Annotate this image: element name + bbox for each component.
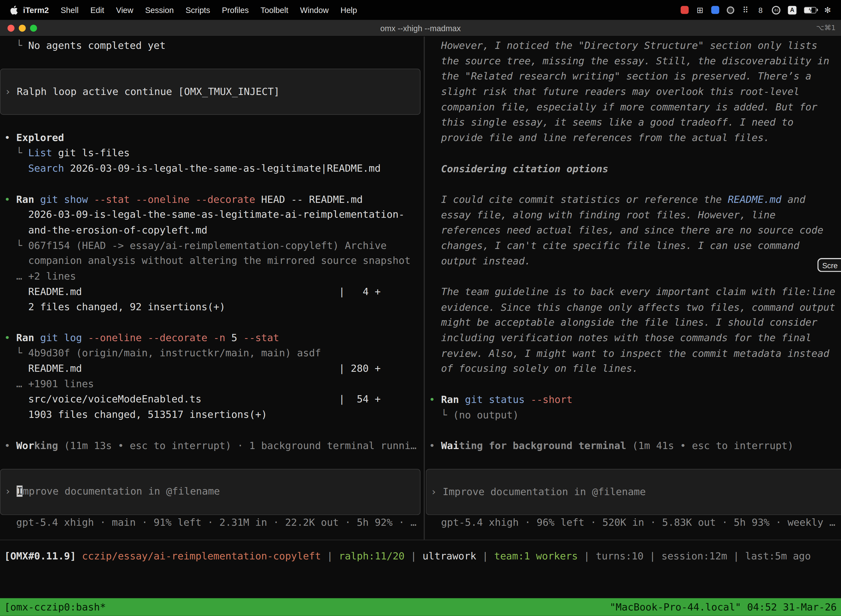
screen-tab[interactable]: Scre [817,258,841,272]
left-pane[interactable]: └ No agents completed yet › Ralph loop a… [0,37,424,540]
app-grid-icon-glyph: ⠿ [743,6,748,14]
window-title-bar: omx --xhigh --madmax ⌥⌘1 [0,20,841,37]
terminal-line: might be acceptable alongside the file l… [425,315,841,331]
hotkey-badge: ⌥⌘1 [816,24,835,32]
terminal-line [425,423,841,438]
terminal-line [0,54,424,69]
terminal-line: provide file and line references from th… [425,131,841,146]
terminal-line [0,176,424,192]
menu-status-icons: ⊞⠿8.61Aϟ✻ [681,5,831,15]
terminal-line: including verification notes with those … [425,331,841,346]
terminal-line: 2026-03-09-is-legal-the-same-as-legitima… [0,207,424,223]
tmux-status-bar: [omx-cczip0:bash* "MacBook-Pro-44.local"… [0,598,841,616]
terminal-line: └ 4b9d30f (origin/main, instructkr/main,… [0,346,424,361]
menu-item-shell[interactable]: Shell [61,5,79,14]
tmux-clock-label: "MacBook-Pro-44.local" 04:52 31-Mar-26 [610,601,837,613]
window-manager-icon[interactable]: ⊞ [696,5,703,15]
terminal-line: The team guideline is to back every impo… [425,284,841,300]
terminal-line: companion analysis without altering the … [0,253,424,269]
terminal-line: › Ralph loop active continue [OMX_TMUX_I… [0,84,420,100]
terminal-line: └ (no output) [425,407,841,423]
terminal-line: essay file, along with finding root file… [425,207,841,223]
desktop: iTerm2ShellEditViewSessionScriptsProfile… [0,0,841,616]
tmux-session-label: [omx-cczip0:bash* [4,601,106,613]
terminal-line: this single essay, it seems like a good … [425,115,841,131]
menu-bar: iTerm2ShellEditViewSessionScriptsProfile… [0,0,841,20]
terminal-line: of focusing solely on file lines. [425,361,841,377]
terminal-line: I could cite commit statistics or refere… [425,192,841,208]
terminal-line: • Waiting for background terminal (1m 41… [425,438,841,454]
terminal-line: slight risk that future readers may over… [425,84,841,100]
terminal-line: evidence. Since this change only affects… [425,300,841,315]
terminal-line: output instead. [425,254,841,269]
terminal-line [0,453,424,469]
terminal-line: companion file, especially if more comme… [425,100,841,115]
terminal-line: the "Related research writing" section i… [425,69,841,84]
raycast-icon[interactable] [711,6,719,14]
terminal-line: README.md | 4 + [0,284,424,300]
terminal-line: • Working (11m 13s • esc to interrupt) ·… [0,438,424,453]
battery-gauge-icon[interactable]: .61 [772,6,780,14]
stats-icon-glyph: 8 [759,6,763,13]
window-title: omx --xhigh --madmax [380,23,461,32]
apple-menu-icon[interactable] [10,5,18,15]
terminal-line [425,377,841,392]
menu-item-scripts[interactable]: Scripts [185,5,210,14]
menu-item-edit[interactable]: Edit [90,5,104,14]
terminal-line: the source tree, missing the essay. Stil… [425,54,841,69]
screen-recording-indicator[interactable] [681,6,689,14]
menu-item-window[interactable]: Window [300,5,329,14]
terminal-line: changes, I can't cite specific file line… [425,238,841,254]
menu-item-iterm2[interactable]: iTerm2 [23,5,49,14]
status-divider [0,540,841,540]
terminal-line: › Improve documentation in @filename [426,484,841,500]
terminal-line: However, I noticed the "Directory Struct… [425,38,841,54]
terminal-line: • Ran git log --oneline --decorate -n 5 … [0,330,424,346]
menu-item-help[interactable]: Help [340,5,357,14]
fan-icon[interactable]: ✻ [824,5,831,15]
prompt-input-left[interactable]: › Improve documentation in @filename [0,469,420,515]
terminal-line [425,454,841,469]
terminal-line: review. Also, I might want to inspect th… [425,346,841,361]
terminal-line [0,422,424,438]
stats-icon[interactable]: 8 [757,5,764,15]
menu-item-session[interactable]: Session [145,5,174,14]
right-pane[interactable]: However, I noticed the "Directory Struct… [425,37,841,540]
terminal-line: Considering citation options [425,161,841,177]
menu-item-view[interactable]: View [116,5,133,14]
terminal-line: gpt-5.4 xhigh · 96% left · 520K in · 5.8… [425,515,841,531]
terminal-line [0,115,424,130]
terminal-line: └ No agents completed yet [0,38,424,54]
battery-gauge-icon-glyph: .61 [774,8,779,12]
terminal-line: gpt-5.4 xhigh · main · 91% left · 2.31M … [0,515,424,530]
terminal-line: 2 files changed, 92 insertions(+) [0,299,424,315]
zoom-button[interactable] [30,25,37,31]
ralph-loop-banner: › Ralph loop active continue [OMX_TMUX_I… [0,69,420,115]
terminal-line: references need actual files, and since … [425,223,841,238]
battery-icon[interactable]: ϟ [804,7,816,13]
close-button[interactable] [7,25,14,31]
terminal-line: • Explored [0,130,424,146]
prompt-input-right[interactable]: › Improve documentation in @filename [426,469,841,515]
terminal-line: └ 067f154 (HEAD -> essay/ai-reimplementa… [0,238,424,253]
terminal-line [425,269,841,284]
battery-icon-glyph: ϟ [809,7,812,12]
shortcuts-icon[interactable] [727,6,734,13]
minimize-button[interactable] [19,25,26,31]
menu-item-toolbelt[interactable]: Toolbelt [261,5,288,14]
terminal-line: 1903 files changed, 513517 insertions(+) [0,407,424,423]
terminal-line [0,315,424,330]
terminal-line: • Ran git status --short [425,392,841,408]
menu-item-profiles[interactable]: Profiles [222,5,249,14]
terminal-line: Search 2026-03-09-is-legal-the-same-as-l… [0,161,424,176]
terminal-line [425,146,841,161]
terminal-line: and-the-erosion-of-copyleft.md [0,223,424,238]
input-source-icon-glyph: A [790,7,794,13]
terminal-line: src/voice/voiceModeEnabled.ts | 54 + [0,392,424,407]
input-source-icon[interactable]: A [788,6,797,14]
window-manager-icon-glyph: ⊞ [697,6,703,14]
app-grid-icon[interactable]: ⠿ [742,5,749,15]
terminal: └ No agents completed yet › Ralph loop a… [0,37,841,616]
terminal-line: › Improve documentation in @filename [0,484,420,500]
terminal-line: README.md | 280 + [0,361,424,377]
